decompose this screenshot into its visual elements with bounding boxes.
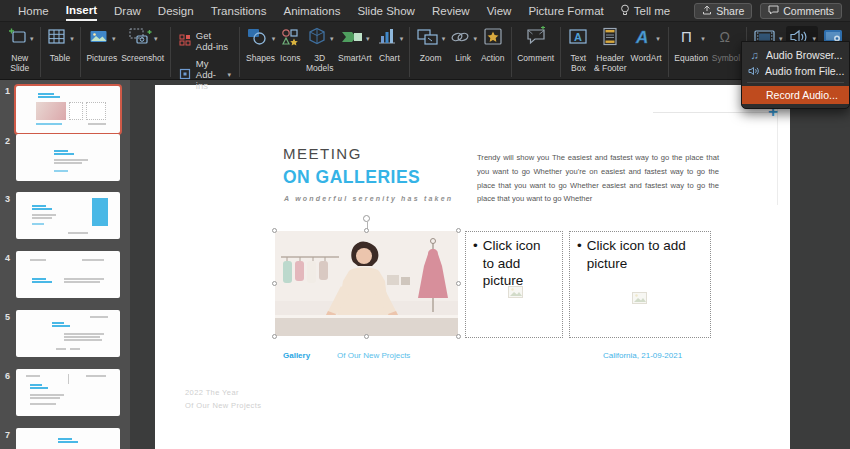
placeholder-text: Click icon to add picture <box>483 237 555 290</box>
comment-button[interactable]: Comment <box>515 25 556 65</box>
resize-handle-sw[interactable] <box>272 334 277 339</box>
slide-thumbnail-1[interactable] <box>16 86 120 133</box>
slide-thumbnail-4[interactable] <box>16 251 120 298</box>
slide-thumbnail-5[interactable] <box>16 310 120 357</box>
picture-placeholder-2[interactable]: • Click icon to add picture <box>569 231 711 338</box>
slide-thumbnail-7[interactable] <box>16 428 120 449</box>
slide-thumbnail-2[interactable] <box>16 134 120 181</box>
wordart-icon: A <box>632 26 654 52</box>
tab-insert[interactable]: Insert <box>66 0 97 21</box>
3d-models-button[interactable]: ▾ 3D Models <box>303 25 336 75</box>
resize-handle-n[interactable] <box>364 228 369 233</box>
tab-transitions[interactable]: Transitions <box>211 0 267 21</box>
screenshot-icon <box>128 26 152 52</box>
share-button[interactable]: Share <box>694 3 752 19</box>
chevron-down-icon: ▾ <box>272 35 276 43</box>
lightbulb-icon <box>620 4 630 18</box>
menu-item-record-audio[interactable]: Record Audio... <box>742 86 849 104</box>
resize-handle-se[interactable] <box>456 334 461 339</box>
chevron-down-icon: ▾ <box>30 35 34 43</box>
gallery-label[interactable]: Gallery <box>283 351 310 360</box>
slide-footer-line2: Of Our New Projects <box>185 401 261 410</box>
resize-handle-nw[interactable] <box>272 228 277 233</box>
tab-home[interactable]: Home <box>18 0 49 21</box>
header-footer-button[interactable]: Header & Footer <box>592 25 629 75</box>
ribbon-divider <box>511 27 512 77</box>
slide-body-text[interactable]: Trendy will show you The easiest and fas… <box>477 151 719 206</box>
slide-title-line1[interactable]: MEETING <box>283 145 362 162</box>
tab-review[interactable]: Review <box>432 0 470 21</box>
tab-picture-format[interactable]: Picture Format <box>528 0 603 21</box>
resize-handle-w[interactable] <box>272 281 277 286</box>
editor-canvas: + MEETING ON GALLERIES A wonderful seren… <box>130 80 850 449</box>
slide-title-line2[interactable]: ON GALLERIES <box>283 167 420 188</box>
music-note-icon: ♫ <box>748 49 761 61</box>
get-addins-button[interactable]: Get Add-ins <box>179 30 231 52</box>
table-button[interactable]: ▾ Table <box>44 25 76 65</box>
equation-button[interactable]: Π ▾ Equation <box>672 25 710 65</box>
shapes-button[interactable]: ▾ Shapes <box>244 25 278 65</box>
slide-subtitle[interactable]: A wonderful serenity has taken <box>284 195 453 202</box>
action-button[interactable]: Action <box>479 25 507 65</box>
slide-canvas[interactable]: + MEETING ON GALLERIES A wonderful seren… <box>155 85 790 449</box>
link-button[interactable]: ▾ Link <box>447 25 479 65</box>
resize-handle-ne[interactable] <box>456 228 461 233</box>
table-icon <box>46 26 68 52</box>
menu-item-audio-browser[interactable]: ♫ Audio Browser... <box>742 47 849 63</box>
svg-text:Ω: Ω <box>720 29 730 45</box>
menu-separator <box>747 82 844 83</box>
rotation-handle[interactable] <box>363 215 370 222</box>
tab-slide-show[interactable]: Slide Show <box>357 0 415 21</box>
resize-handle-e[interactable] <box>456 281 461 286</box>
tell-me[interactable]: Tell me <box>620 0 670 21</box>
tab-view[interactable]: View <box>487 0 512 21</box>
icons-icon <box>279 26 301 52</box>
screenshot-button[interactable]: ▾ Screenshot <box>119 25 166 65</box>
slide-thumbnail-panel: 1 2 3 4 <box>0 80 130 449</box>
text-box-button[interactable]: A Text Box <box>565 25 592 75</box>
menu-item-audio-from-file[interactable]: Audio from File... <box>742 63 849 79</box>
add-picture-icon[interactable] <box>632 290 647 308</box>
symbol-icon: Ω <box>715 26 737 52</box>
location-date[interactable]: California, 21-09-2021 <box>603 351 682 360</box>
chevron-down-icon: ▾ <box>473 35 477 43</box>
bullet: • <box>577 237 582 272</box>
gallery-subtitle[interactable]: Of Our New Projects <box>337 351 410 360</box>
chevron-down-icon: ▾ <box>400 35 404 43</box>
chevron-down-icon: ▾ <box>656 35 660 43</box>
new-slide-button[interactable]: ▾ New Slide <box>4 25 36 75</box>
slide-number: 1 <box>5 86 10 96</box>
smartart-button[interactable]: ▾ SmartArt <box>336 25 374 65</box>
chevron-down-icon: ▾ <box>112 35 116 43</box>
tab-draw[interactable]: Draw <box>114 0 141 21</box>
resize-handle-s[interactable] <box>364 334 369 339</box>
pictures-button[interactable]: ▾ Pictures <box>84 25 119 65</box>
slide-number: 3 <box>5 194 10 204</box>
bullet: • <box>473 237 478 290</box>
my-addins-button[interactable]: My Add-ins ▾ <box>179 58 231 91</box>
slide-number: 6 <box>5 371 10 381</box>
tab-design[interactable]: Design <box>158 0 194 21</box>
chevron-down-icon: ▾ <box>70 35 74 43</box>
slide-thumbnail-3[interactable] <box>16 192 120 239</box>
slide-thumbnail-6[interactable] <box>16 369 120 416</box>
tab-animations[interactable]: Animations <box>284 0 341 21</box>
picture-placeholder-1[interactable]: • Click icon to add picture <box>465 231 563 338</box>
comment-icon <box>524 26 548 52</box>
slide-number: 4 <box>5 253 10 263</box>
svg-text:Π: Π <box>681 28 692 45</box>
comments-button[interactable]: Comments <box>760 3 842 19</box>
selected-picture[interactable] <box>275 231 458 336</box>
wordart-button[interactable]: A ▾ WordArt <box>629 25 664 65</box>
ribbon-divider <box>239 27 240 77</box>
chart-button[interactable]: ▾ Chart <box>374 25 406 65</box>
ribbon: ▾ New Slide ▾ Table ▾ Pictures ▾ Screens… <box>0 22 850 80</box>
zoom-button[interactable]: ▾ Zoom <box>414 25 448 65</box>
svg-text:A: A <box>635 28 648 47</box>
add-picture-icon[interactable] <box>508 284 523 302</box>
chevron-down-icon: ▾ <box>701 35 705 43</box>
ribbon-divider <box>170 27 171 77</box>
link-icon <box>449 26 471 52</box>
boutique-photo <box>275 231 458 336</box>
icons-button[interactable]: Icons <box>277 25 303 65</box>
